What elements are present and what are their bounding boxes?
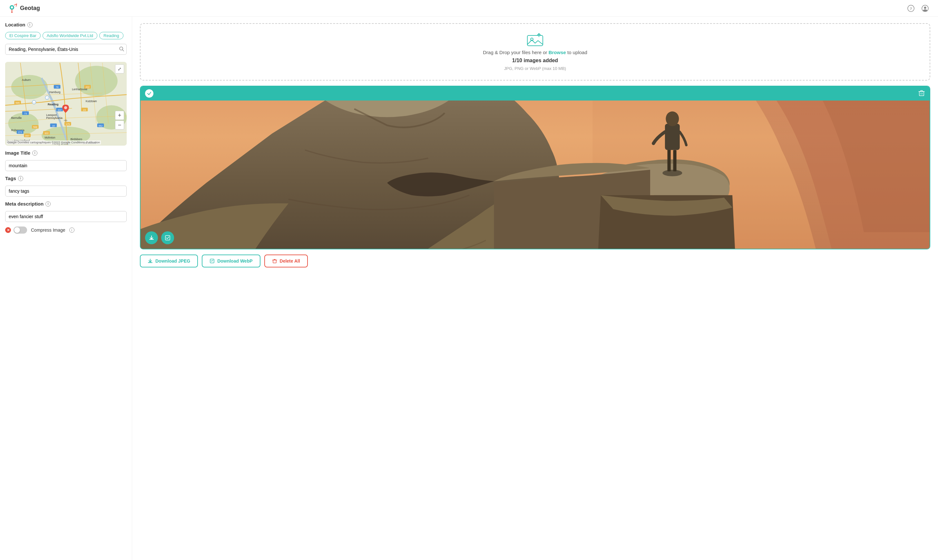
location-search-box: [5, 44, 127, 55]
svg-point-7: [924, 6, 926, 9]
location-section: Location i El Cospire Bar Adsflo Worldwi…: [5, 22, 127, 57]
svg-rect-75: [668, 148, 671, 171]
image-card-footer: [145, 231, 174, 244]
svg-point-3: [11, 12, 12, 13]
location-search-input[interactable]: [5, 44, 127, 55]
download-jpeg-overlay-button[interactable]: [145, 231, 158, 244]
help-icon: ?: [907, 5, 915, 12]
map-expand-button[interactable]: ⤢: [115, 65, 124, 74]
svg-text:595: 595: [15, 102, 20, 105]
svg-text:Auburn: Auburn: [22, 78, 31, 82]
compress-toggle[interactable]: [14, 226, 27, 234]
svg-text:175: 175: [66, 123, 70, 126]
chip-el-cospire[interactable]: El Cospire Bar: [5, 32, 41, 39]
svg-text:I: I: [34, 102, 34, 104]
upload-zone[interactable]: Drag & Drop your files here or Browse to…: [140, 23, 930, 80]
svg-text:Pennsylvania: Pennsylvania: [46, 116, 63, 120]
svg-point-74: [662, 170, 682, 176]
svg-line-9: [123, 50, 124, 51]
check-icon: [147, 91, 151, 96]
download-webp-btn-icon: [209, 258, 215, 263]
svg-text:Mohnton: Mohnton: [45, 136, 55, 139]
logo-icon: [8, 3, 18, 14]
svg-text:897: 897: [25, 134, 30, 137]
svg-point-63: [64, 106, 67, 109]
compress-row: ✕ Compress Image i: [5, 226, 127, 234]
image-title-label: Image Title i: [5, 150, 127, 155]
svg-text:Bernville: Bernville: [11, 116, 22, 120]
svg-text:222: 222: [85, 86, 89, 89]
image-card: [140, 86, 930, 249]
upload-hint: JPG, PNG or WebP (max 10 MB): [504, 66, 566, 71]
svg-text:322: 322: [45, 132, 49, 135]
download-webp-overlay-button[interactable]: [161, 231, 174, 244]
tags-label: Tags i: [5, 175, 127, 181]
bottom-bar: Download JPEG Download WebP Delete All: [140, 255, 930, 268]
toggle-thumb: [14, 227, 20, 233]
download-jpeg-icon: [149, 235, 154, 241]
search-icon: [119, 46, 124, 52]
svg-rect-76: [673, 150, 676, 171]
svg-text:Hamburg: Hamburg: [49, 91, 61, 94]
tags-info-icon[interactable]: i: [18, 176, 23, 181]
nav-icons: ?: [906, 3, 930, 14]
chip-adsflo[interactable]: Adsflo Worldwide Pvt.Ltd: [43, 32, 97, 39]
location-search-button[interactable]: [119, 46, 124, 52]
browse-link[interactable]: Browse: [548, 49, 566, 55]
delete-all-button[interactable]: Delete All: [264, 255, 308, 268]
tags-input[interactable]: [5, 186, 127, 197]
left-panel: Location i El Cospire Bar Adsflo Worldwi…: [0, 17, 132, 560]
upload-image-icon: [527, 33, 544, 47]
svg-point-12: [75, 66, 118, 96]
map-zoom-in-button[interactable]: +: [115, 111, 124, 120]
meta-input[interactable]: [5, 211, 127, 222]
tags-section: Tags i: [5, 175, 127, 197]
compress-info-icon[interactable]: i: [69, 228, 74, 232]
image-title-input[interactable]: [5, 160, 127, 171]
svg-text:Kutztown: Kutztown: [86, 100, 97, 103]
right-panel: Drag & Drop your files here or Browse to…: [132, 17, 938, 560]
image-title-section: Image Title i: [5, 150, 127, 171]
meta-label: Meta description i: [5, 201, 127, 206]
svg-text:10: 10: [52, 125, 55, 127]
trash-icon: [918, 89, 925, 96]
map-zoom-out-button[interactable]: −: [115, 120, 124, 129]
svg-text:?: ?: [910, 6, 912, 11]
svg-text:568: 568: [33, 126, 37, 129]
delete-image-button[interactable]: [918, 89, 925, 98]
svg-text:662: 662: [99, 125, 103, 127]
location-chips: El Cospire Bar Adsflo Worldwide Pvt.Ltd …: [5, 32, 127, 39]
svg-text:422: 422: [57, 109, 62, 111]
download-icon: [148, 258, 153, 263]
map-zoom-controls: + −: [115, 111, 124, 129]
chip-reading[interactable]: Reading: [99, 32, 123, 39]
svg-text:73: 73: [24, 112, 27, 115]
svg-text:78: 78: [56, 86, 59, 89]
logo: Geotag: [8, 3, 40, 14]
map-container[interactable]: Auburn Hamburg Lenhartsville Kutztown Le…: [5, 62, 127, 146]
svg-text:272: 272: [18, 131, 22, 134]
user-button[interactable]: [920, 3, 930, 14]
meta-section: Meta description i: [5, 201, 127, 222]
image-title-info-icon[interactable]: i: [32, 151, 37, 155]
map-svg: Auburn Hamburg Lenhartsville Kutztown Le…: [5, 62, 127, 146]
svg-rect-81: [273, 260, 276, 263]
svg-rect-79: [165, 235, 170, 240]
svg-rect-77: [665, 124, 680, 150]
user-icon: [921, 5, 929, 12]
toggle-x-indicator[interactable]: ✕: [5, 227, 11, 233]
mountain-scene: [140, 100, 930, 249]
upload-count: 1/10 images added: [512, 58, 558, 63]
topnav: Geotag ?: [0, 0, 938, 17]
location-info-icon[interactable]: i: [28, 22, 32, 28]
image-card-header: [140, 86, 930, 100]
download-jpeg-button[interactable]: Download JPEG: [140, 255, 198, 268]
compress-label: Compress Image: [31, 228, 65, 232]
download-webp-button[interactable]: Download WebP: [202, 255, 260, 268]
main-layout: Location i El Cospire Bar Adsflo Worldwi…: [0, 17, 938, 560]
check-circle: [145, 89, 153, 98]
svg-text:Reading: Reading: [48, 103, 59, 106]
map-footer: Google Données cartographiques ©2022 Goo…: [6, 140, 101, 145]
meta-info-icon[interactable]: i: [45, 202, 51, 206]
help-button[interactable]: ?: [906, 3, 916, 14]
